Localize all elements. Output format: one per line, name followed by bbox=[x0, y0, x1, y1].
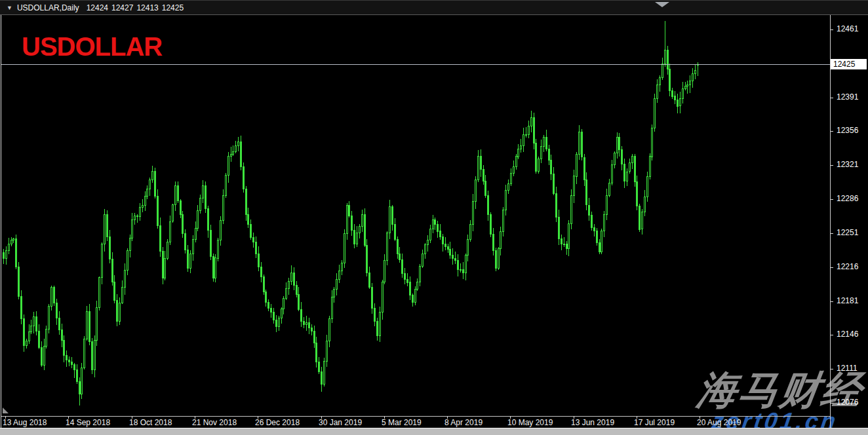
ohlc-open-value: 12424 bbox=[87, 3, 108, 12]
time-axis-label: 20 Aug 2019 bbox=[697, 418, 741, 427]
price-axis[interactable]: 1246112391123561232112286122511221612181… bbox=[830, 15, 868, 428]
price-axis-label: 12321 bbox=[837, 160, 858, 169]
candles-group bbox=[3, 21, 699, 406]
chart-symbol-period-label: USDOLLAR,Daily bbox=[17, 3, 79, 12]
ohlc-close-value: 12425 bbox=[162, 3, 184, 12]
price-axis-label: 12111 bbox=[837, 364, 858, 373]
time-axis[interactable]: 13 Aug 201814 Sep 201818 Oct 201821 Nov … bbox=[0, 416, 868, 428]
price-axis-tick bbox=[830, 403, 833, 404]
symbol-watermark: USDOLLAR bbox=[22, 32, 162, 62]
price-axis-label: 12076 bbox=[837, 398, 858, 407]
price-chart-canvas[interactable] bbox=[1, 15, 830, 416]
time-axis-label: 21 Nov 2018 bbox=[192, 418, 237, 427]
price-axis-tick bbox=[830, 233, 833, 234]
price-axis-label: 12146 bbox=[837, 330, 858, 339]
time-axis-label: 10 May 2019 bbox=[507, 418, 553, 427]
time-axis-label: 26 Dec 2018 bbox=[255, 418, 300, 427]
gray-down-arrow-marker-icon[interactable] bbox=[655, 2, 669, 7]
ohlc-low-value: 12413 bbox=[136, 3, 158, 12]
price-axis-label: 12286 bbox=[837, 194, 858, 203]
collapse-chart-icon[interactable]: ▼ bbox=[7, 5, 12, 11]
time-axis-label: 5 Mar 2019 bbox=[382, 418, 422, 427]
price-axis-label: 12461 bbox=[837, 24, 858, 33]
price-axis-label: 12391 bbox=[837, 92, 858, 102]
chart-title-bar: ▼ USDOLLAR,Daily 12424 12427 12413 12425 bbox=[0, 0, 868, 15]
ohlc-high-value: 12427 bbox=[111, 3, 133, 12]
window-left-border bbox=[1, 15, 1, 428]
window-bottom-strip bbox=[0, 428, 868, 435]
time-axis-label: 17 Jul 2019 bbox=[634, 418, 675, 427]
price-axis-tick bbox=[830, 165, 833, 166]
ohlc-readout: 12424 12427 12413 12425 bbox=[87, 3, 184, 12]
time-axis-label: 13 Aug 2018 bbox=[3, 418, 47, 427]
price-axis-tick bbox=[830, 335, 833, 335]
price-axis-tick bbox=[830, 199, 833, 200]
price-axis-label: 12251 bbox=[837, 228, 858, 237]
price-axis-label: 12216 bbox=[837, 262, 858, 271]
price-axis-tick bbox=[830, 369, 833, 369]
gray-corner-triangle-icon bbox=[3, 407, 9, 413]
time-axis-label: 30 Jan 2019 bbox=[319, 418, 362, 427]
time-axis-label: 18 Oct 2018 bbox=[129, 418, 172, 427]
time-axis-label: 8 Apr 2019 bbox=[444, 418, 483, 427]
price-axis-label: 12356 bbox=[837, 126, 858, 135]
price-axis-tick bbox=[830, 301, 833, 302]
time-axis-label: 14 Sep 2018 bbox=[66, 418, 110, 427]
price-axis-tick bbox=[830, 98, 833, 98]
price-axis-label: 12181 bbox=[837, 296, 858, 305]
price-axis-tick bbox=[830, 29, 833, 30]
current-price-label: 12425 bbox=[831, 59, 867, 69]
price-axis-tick bbox=[830, 267, 833, 268]
price-axis-tick bbox=[830, 131, 833, 132]
chart-area[interactable]: USDOLLAR bbox=[1, 15, 830, 416]
mt4-chart-window: ▼ USDOLLAR,Daily 12424 12427 12413 12425… bbox=[0, 0, 868, 435]
time-axis-label: 13 Jun 2019 bbox=[571, 418, 614, 427]
